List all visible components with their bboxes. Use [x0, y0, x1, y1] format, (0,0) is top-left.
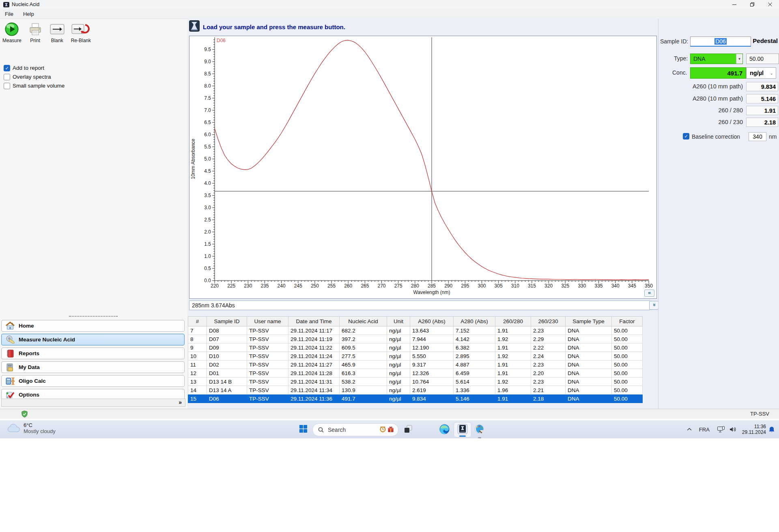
column-header[interactable]: Date and Time — [288, 317, 340, 326]
ratio-260-230-row: 260 / 230 2.18 — [658, 118, 779, 127]
sidebar-overflow-bar[interactable]: » — [1, 399, 185, 407]
options-icon — [2, 390, 19, 400]
column-header[interactable]: User name — [247, 317, 288, 326]
table-cell: 13 — [188, 378, 207, 386]
checkbox-icon[interactable]: ✓ — [4, 65, 10, 71]
table-row[interactable]: 15D06TP-SSV29.11.2024 11:36491.7ng/µl9.8… — [188, 395, 643, 403]
column-header[interactable]: A280 (Abs) — [454, 317, 495, 326]
table-row[interactable]: 9D09TP-SSV29.11.2024 11:22609.5ng/µl12.1… — [188, 343, 643, 352]
svg-text:245: 245 — [294, 283, 302, 289]
svg-text:285: 285 — [428, 283, 436, 289]
task-view-button[interactable] — [403, 424, 413, 434]
svg-text:335: 335 — [594, 283, 603, 289]
column-header[interactable]: A260 (Abs) — [410, 317, 454, 326]
volume-icon[interactable] — [729, 426, 736, 433]
window-title: Nucleic Acid — [12, 2, 39, 7]
close-button[interactable] — [761, 0, 779, 9]
checkbox-add-to-report[interactable]: ✓Add to report — [4, 64, 65, 72]
clock[interactable]: 11:36 29.11.2024 — [742, 424, 766, 435]
table-cell: 4.887 — [454, 360, 495, 369]
column-header[interactable]: 260/280 — [495, 317, 531, 326]
expand-down-button[interactable]: « — [649, 301, 658, 310]
table-cell: TP-SSV — [247, 335, 288, 343]
table-row[interactable]: 14D13 14 ATP-SSV29.11.2024 11:34130.9ng/… — [188, 386, 643, 395]
collapse-panel-button[interactable]: « — [644, 290, 654, 297]
sidebar-item-measure-nucleic-acid[interactable]: Measure Nucleic Acid — [1, 334, 185, 345]
cursor-readout-bar: 285nm 3.674Abs — [189, 300, 650, 310]
table-cell: 1.91 — [495, 360, 531, 369]
chevron-down-icon[interactable]: ⌄ — [770, 71, 776, 75]
chevron-down-icon[interactable]: ▾ — [736, 54, 742, 64]
spectrum-plot[interactable]: 2202252302352402452502552602652702752802… — [189, 36, 656, 299]
checkbox-overlay-spectra[interactable]: Overlay spectra — [4, 73, 65, 81]
sidebar-item-my-data[interactable]: My Data — [1, 361, 185, 373]
restore-button[interactable] — [743, 0, 761, 9]
bell-icon[interactable] — [768, 426, 775, 433]
tray-chevron-up-icon[interactable] — [687, 428, 692, 431]
svg-text:4.0: 4.0 — [204, 180, 211, 186]
paint-button[interactable] — [474, 424, 484, 434]
svg-text:270: 270 — [377, 283, 385, 289]
menu-file[interactable]: File — [0, 11, 18, 17]
checkbox-icon[interactable] — [4, 83, 10, 89]
search-box[interactable]: Search — [312, 423, 398, 436]
weather-widget[interactable]: 6°C Mostly cloudy — [6, 422, 56, 434]
svg-text:3.5: 3.5 — [204, 193, 211, 198]
factor-field[interactable]: 50.00 — [746, 54, 779, 64]
table-row[interactable]: 10D10TP-SSV29.11.2024 11:24277.5ng/µl5.5… — [188, 352, 643, 360]
column-header[interactable]: Unit — [387, 317, 410, 326]
baseline-checkbox[interactable]: ✓ — [683, 133, 689, 139]
svg-text:320: 320 — [544, 283, 553, 289]
column-header[interactable]: Factor — [612, 317, 643, 326]
sample-id-input[interactable]: D06 — [690, 36, 751, 47]
table-cell: 8 — [188, 335, 207, 343]
table-row[interactable]: 13D13 14 BTP-SSV29.11.2024 11:31538.2ng/… — [188, 378, 643, 386]
measure-button[interactable]: Measure — [2, 21, 22, 43]
edge-button[interactable] — [439, 424, 450, 435]
network-icon[interactable] — [717, 426, 725, 433]
results-table[interactable]: #Sample IDUser nameDate and TimeNucleic … — [188, 316, 643, 403]
reblank-button[interactable]: Re-Blank — [71, 21, 91, 43]
column-header[interactable]: Sample ID — [207, 317, 247, 326]
column-header[interactable]: Sample Type — [566, 317, 612, 326]
table-row[interactable]: 8D07TP-SSV29.11.2024 11:19397.2ng/µl7.94… — [188, 335, 643, 343]
blank-button[interactable]: Blank — [49, 21, 65, 43]
language-indicator[interactable]: FRA — [699, 427, 710, 433]
table-cell: 5.550 — [410, 352, 454, 360]
search-icon — [318, 427, 324, 433]
checkbox-icon[interactable] — [4, 74, 10, 80]
table-cell: 50.00 — [612, 343, 643, 352]
column-header[interactable]: 260/230 — [531, 317, 566, 326]
unit-select[interactable]: ng/µl ⌄ — [746, 67, 776, 79]
print-button[interactable]: Print — [27, 21, 43, 43]
table-cell: 9.834 — [410, 395, 454, 403]
gift-icon[interactable] — [387, 426, 394, 434]
sidebar-item-oligo-calc[interactable]: Oligo Calc — [1, 375, 185, 387]
checkbox-small-sample-volume[interactable]: Small sample volume — [4, 82, 65, 90]
baseline-wavelength-field[interactable]: 340 — [749, 132, 766, 141]
table-cell: 1.91 — [495, 369, 531, 378]
svg-text:D06: D06 — [217, 38, 226, 43]
sidebar-item-reports[interactable]: Reports — [1, 348, 185, 359]
a280-label: A280 (10 mm path) — [693, 95, 743, 102]
alarm-icon[interactable] — [379, 426, 386, 434]
table-row[interactable]: 7D08TP-SSV29.11.2024 11:17682.2ng/µl13.6… — [188, 326, 643, 335]
baseline-unit: nm — [769, 133, 777, 140]
minimize-button[interactable] — [725, 0, 743, 9]
table-row[interactable]: 12D01TP-SSV29.11.2024 11:28616.3ng/µl12.… — [188, 369, 643, 378]
sidebar-item-home[interactable]: Home — [1, 320, 185, 332]
type-select[interactable]: DNA ▾ — [690, 54, 743, 64]
spectrum-chart[interactable]: 2202252302352402452502552602652702752802… — [189, 36, 657, 299]
nanodrop-app-icon — [456, 423, 469, 437]
svg-text:0.5: 0.5 — [204, 266, 211, 271]
start-button[interactable] — [299, 424, 308, 433]
menu-help[interactable]: Help — [18, 11, 39, 17]
splitter-handle[interactable] — [69, 316, 118, 317]
nucleic-acid-app-button[interactable] — [454, 422, 471, 438]
checkbox-label: Small sample volume — [13, 83, 65, 89]
chevron-right-icon[interactable]: » — [179, 399, 182, 405]
table-row[interactable]: 11D02TP-SSV29.11.2024 11:27465.9ng/µl9.3… — [188, 360, 643, 369]
column-header[interactable]: # — [188, 317, 207, 326]
table-cell: 1.91 — [495, 343, 531, 352]
column-header[interactable]: Nucleic Acid — [340, 317, 387, 326]
